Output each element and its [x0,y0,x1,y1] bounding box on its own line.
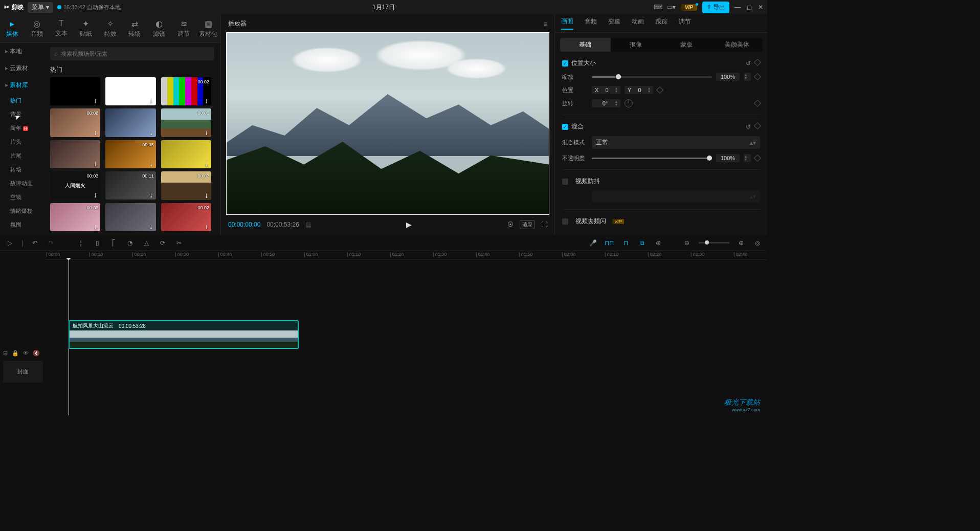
lib-side-subitem[interactable]: 片尾 [0,149,44,163]
blend-reset-icon[interactable]: ↺ [746,123,751,130]
preview-cut-icon[interactable]: ⊕ [654,238,663,248]
blend-mode-select[interactable]: 正常▴▾ [592,136,760,149]
download-icon[interactable]: ⭳ [93,192,98,198]
inspector-subtab[interactable]: 基础 [560,38,611,52]
download-icon[interactable]: ⭳ [149,130,154,136]
rotation-dial-icon[interactable] [625,99,633,107]
keyboard-icon[interactable]: ⌨ [654,3,662,11]
lib-tab-4[interactable]: ✧特效 [98,14,123,42]
inspector-subtab[interactable]: 抠像 [611,38,661,52]
inspector-tab[interactable]: 画面 [561,17,573,30]
position-keyframe-icon[interactable] [656,86,663,94]
download-icon[interactable]: ⭳ [204,193,209,198]
download-icon[interactable]: ⭳ [149,224,154,230]
download-icon[interactable]: ⭳ [204,161,209,167]
asset-thumbnail[interactable]: ⭳ [105,108,155,137]
asset-thumbnail[interactable]: 00:02⭳ [161,203,211,231]
close-button[interactable]: ✕ [758,4,763,11]
asset-thumbnail[interactable]: ⭳ [50,140,100,168]
opacity-keyframe-icon[interactable] [754,154,761,162]
lib-side-subitem[interactable]: 新年H [0,121,44,135]
lib-side-subitem[interactable]: 转场 [0,163,44,176]
mirror-tool[interactable]: △ [142,238,151,248]
lib-side-subitem[interactable]: 片头 [0,135,44,149]
keyframe-icon[interactable] [754,58,761,65]
scale-keyframe-icon[interactable] [754,73,761,80]
download-icon[interactable]: ⭳ [204,98,209,104]
focus-icon[interactable]: ⦿ [507,221,514,228]
inspector-tab[interactable]: 动画 [632,17,644,29]
download-icon[interactable]: ⭳ [204,130,209,136]
zoom-in-icon[interactable]: ⊕ [737,238,746,248]
lib-side-subitem[interactable]: 对话 [0,232,44,235]
delete-tool[interactable]: ▯ [93,238,102,248]
menu-button[interactable]: 菜单 ▾ [28,2,53,13]
download-icon[interactable]: ⭳ [93,130,98,136]
zoom-slider[interactable] [699,242,729,244]
inspector-tab[interactable]: 变速 [608,17,620,29]
player-viewport[interactable] [226,32,549,215]
download-icon[interactable]: ⭳ [93,98,98,104]
lib-tab-6[interactable]: ◐滤镜 [147,14,171,42]
scale-slider[interactable] [592,76,712,78]
lib-side-item[interactable]: 云素材 [0,60,44,77]
crop-left-tool[interactable]: ⎡ [109,238,118,248]
lib-side-item[interactable]: 素材库 [0,77,44,94]
lib-tab-5[interactable]: ⇄转场 [122,14,147,42]
track-lane[interactable]: 航拍风景大山流云 00:00:53:26 [46,260,767,415]
inspector-tab[interactable]: 调节 [679,17,691,29]
play-button[interactable]: ▶ [406,220,412,229]
opacity-stepper[interactable]: ▴▾ [744,154,751,162]
vip-badge[interactable]: VIP [681,4,697,11]
player-menu-icon[interactable]: ≡ [544,20,547,28]
split-tool[interactable]: ¦ [76,238,85,248]
opacity-value[interactable]: 100% [716,154,740,162]
reset-icon[interactable]: ↺ [746,60,751,67]
lib-tab-7[interactable]: ≋调节 [171,14,196,42]
asset-thumbnail[interactable]: 00:11⭳ [105,171,155,200]
mic-icon[interactable]: 🎤 [588,238,597,248]
asset-thumbnail[interactable]: ⭳ [161,140,211,168]
checkbox-stabilize[interactable]: ✓ [562,179,568,185]
lib-tab-3[interactable]: ✦贴纸 [74,14,98,42]
lib-tab-2[interactable]: T文本 [49,14,74,42]
asset-thumbnail[interactable]: 人间烟火00:03⭳ [50,171,100,200]
inspector-subtab[interactable]: 蒙版 [661,38,712,52]
opacity-slider[interactable] [592,158,712,159]
checkbox-blend[interactable]: ✓ [562,124,568,130]
zoom-fit-icon[interactable]: ◎ [753,238,762,248]
lib-tab-8[interactable]: ▦素材包 [196,14,220,42]
compare-icon[interactable]: ▤ [305,221,311,228]
search-input[interactable] [61,51,210,57]
minimize-button[interactable]: — [734,4,741,11]
asset-thumbnail[interactable]: 00:05⭳ [105,140,155,168]
position-x-field[interactable]: X0▴▾ [592,86,620,94]
download-icon[interactable]: ⭳ [149,192,154,198]
search-box[interactable]: ⌕ [50,47,214,60]
asset-thumbnail[interactable]: 00:03⭳ [50,203,100,231]
speed-tool[interactable]: ◔ [125,238,135,248]
fullscreen-icon[interactable]: ⛶ [541,221,547,228]
track-mute-icon[interactable]: 🔇 [33,350,40,357]
redo-button[interactable]: ↷ [47,238,56,248]
lib-side-subitem[interactable]: 空镜 [0,190,44,204]
lib-side-subitem[interactable]: 热门 [0,94,44,107]
position-y-field[interactable]: Y0▴▾ [625,86,653,94]
lib-side-subitem[interactable]: 氛围 [0,218,44,232]
asset-thumbnail[interactable]: ⭳ [50,77,100,105]
scale-value[interactable]: 100% [716,73,740,81]
export-button[interactable]: ⇧ 导出 [702,2,729,13]
download-icon[interactable]: ⭳ [93,161,98,167]
lib-side-item[interactable]: 本地 [0,43,44,60]
undo-button[interactable]: ↶ [30,238,39,248]
track-lock-icon[interactable]: 🔒 [12,350,19,357]
rotate-tool[interactable]: ⟳ [158,238,167,248]
download-icon[interactable]: ⭳ [93,224,98,230]
track-visible-icon[interactable]: 👁 [23,350,29,357]
video-clip[interactable]: 航拍风景大山流云 00:00:53:26 [69,320,299,349]
lib-side-subitem[interactable]: 情绪爆梗 [0,204,44,218]
asset-thumbnail[interactable]: ⭳ [105,203,155,231]
lib-tab-0[interactable]: ▸媒体 [0,14,25,42]
download-icon[interactable]: ⭳ [149,98,154,104]
checkbox-position[interactable]: ✓ [562,60,568,67]
